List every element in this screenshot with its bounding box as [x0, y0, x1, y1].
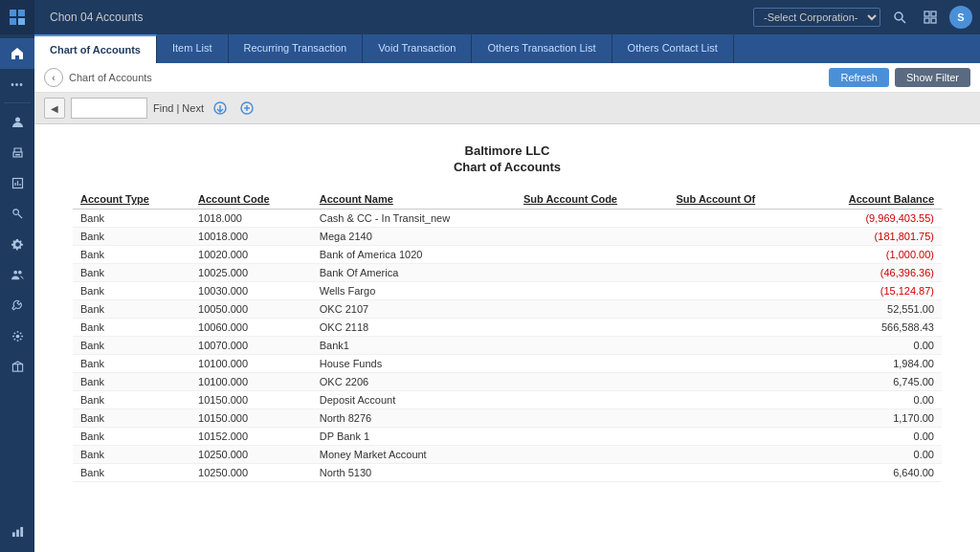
table-row: Bank10030.000Wells Fargo(15,124.87) [73, 282, 942, 300]
cell-1: 10150.000 [190, 391, 312, 409]
cell-4 [669, 446, 801, 464]
cell-3 [516, 210, 669, 228]
sidebar-item-tools[interactable] [0, 198, 34, 229]
cell-3 [516, 464, 669, 482]
cell-1: 10030.000 [190, 282, 312, 300]
user-avatar[interactable]: S [949, 6, 972, 29]
cell-5: 1,170.00 [801, 409, 942, 428]
cell-0: Bank [73, 228, 190, 246]
cell-1: 10050.000 [190, 300, 312, 319]
cell-4 [669, 428, 801, 446]
table-row: Bank10100.000OKC 22066,745.00 [73, 373, 942, 391]
cell-1: 10070.000 [190, 337, 312, 355]
col-account-name: Account Name [312, 189, 516, 210]
cell-1: 10152.000 [190, 428, 312, 446]
svg-rect-23 [924, 11, 929, 16]
refresh-button[interactable]: Refresh [829, 68, 889, 87]
table-row: Bank10150.000Deposit Account0.00 [73, 391, 942, 409]
breadcrumb-back-button[interactable]: ‹ [44, 68, 63, 87]
cell-0: Bank [73, 300, 190, 319]
sidebar-item-box[interactable] [0, 351, 34, 382]
toolbar-download-icon[interactable] [210, 98, 231, 119]
svg-rect-20 [20, 526, 23, 536]
cell-2: Deposit Account [312, 391, 516, 409]
svg-point-14 [17, 270, 21, 274]
cell-2: DP Bank 1 [312, 428, 516, 446]
sidebar-item-home[interactable] [0, 38, 34, 69]
sidebar-item-reports[interactable] [0, 167, 34, 198]
cell-5: 6,640.00 [801, 464, 942, 482]
find-next-label[interactable]: Find | Next [153, 102, 204, 114]
cell-0: Bank [73, 409, 190, 428]
sidebar-item-contacts[interactable] [0, 106, 34, 137]
col-sub-account-of: Sub Account Of [669, 189, 801, 210]
cell-5: (181,801.75) [801, 228, 942, 246]
table-row: Bank10070.000Bank10.00 [73, 337, 942, 355]
col-account-code: Account Code [190, 189, 312, 210]
toolbar-prev-button[interactable]: ◀ [44, 98, 65, 119]
tab-others-transaction-list[interactable]: Others Transaction List [472, 34, 612, 63]
cell-2: OKC 2107 [312, 300, 516, 319]
svg-point-11 [12, 209, 18, 214]
table-row: Bank10150.000North 82761,170.00 [73, 409, 942, 428]
cell-5: 1,984.00 [801, 355, 942, 373]
cell-3 [516, 337, 669, 355]
cell-1: 10150.000 [190, 409, 312, 428]
cell-2: Bank of America 1020 [312, 246, 516, 264]
cell-4 [669, 373, 801, 391]
table-header-row: Account Type Account Code Account Name S… [73, 189, 942, 210]
page-heading: Chon 04 Accounts [50, 11, 143, 24]
cell-0: Bank [73, 446, 190, 464]
sidebar-item-wrench[interactable] [0, 290, 34, 320]
svg-line-22 [902, 19, 905, 23]
table-row: Bank10250.000North 51306,640.00 [73, 464, 942, 482]
content-area: Baltimore LLC Chart of Accounts Account … [34, 124, 980, 552]
tab-others-contact-list[interactable]: Others Contact List [612, 34, 734, 63]
tab-chart-of-accounts[interactable]: Chart of Accounts [34, 34, 157, 63]
search-input[interactable] [71, 98, 147, 119]
cell-5: 0.00 [801, 337, 942, 355]
cell-0: Bank [73, 337, 190, 355]
cell-0: Bank [73, 373, 190, 391]
grid-icon[interactable] [919, 6, 942, 29]
cell-4 [669, 464, 801, 482]
sidebar-item-chart[interactable] [0, 516, 34, 546]
cell-2: Wells Fargo [312, 282, 516, 300]
cell-3 [516, 409, 669, 428]
sidebar-item-gear2[interactable] [0, 320, 34, 351]
tabs-bar: Chart of Accounts Item List Recurring Tr… [34, 34, 980, 63]
tab-void-transaction[interactable]: Void Transaction [363, 34, 472, 63]
table-row: Bank10025.000Bank Of America(46,396.36) [73, 264, 942, 282]
table-row: Bank10018.000Mega 2140(181,801.75) [73, 228, 942, 246]
cell-5: 0.00 [801, 391, 942, 409]
svg-rect-6 [15, 154, 20, 156]
sidebar-item-more[interactable]: ••• [0, 69, 34, 99]
cell-3 [516, 355, 669, 373]
cell-0: Bank [73, 464, 190, 482]
svg-point-21 [895, 12, 902, 20]
svg-rect-0 [10, 10, 16, 16]
cell-5: 0.00 [801, 446, 942, 464]
cell-3 [516, 246, 669, 264]
cell-1: 10020.000 [190, 246, 312, 264]
tab-recurring-transaction[interactable]: Recurring Transaction [229, 34, 364, 63]
cell-2: North 5130 [312, 464, 516, 482]
cell-2: Money Market Account [312, 446, 516, 464]
cell-4 [669, 409, 801, 428]
show-filter-button[interactable]: Show Filter [895, 68, 970, 87]
tab-item-list[interactable]: Item List [157, 34, 229, 63]
cell-3 [516, 373, 669, 391]
report-company: Baltimore LLC [73, 144, 942, 158]
cell-2: OKC 2206 [312, 373, 516, 391]
sidebar-item-people[interactable] [0, 259, 34, 290]
search-icon[interactable] [888, 6, 911, 29]
corporation-select[interactable]: -Select Corporation- [753, 8, 880, 27]
svg-line-12 [17, 213, 21, 217]
sidebar-item-settings[interactable] [0, 229, 34, 259]
svg-rect-25 [924, 18, 929, 23]
cell-4 [669, 228, 801, 246]
toolbar-add-icon[interactable] [236, 98, 257, 119]
cell-2: OKC 2118 [312, 319, 516, 337]
table-row: Bank10020.000Bank of America 1020(1,000.… [73, 246, 942, 264]
sidebar-item-printer[interactable] [0, 137, 34, 167]
